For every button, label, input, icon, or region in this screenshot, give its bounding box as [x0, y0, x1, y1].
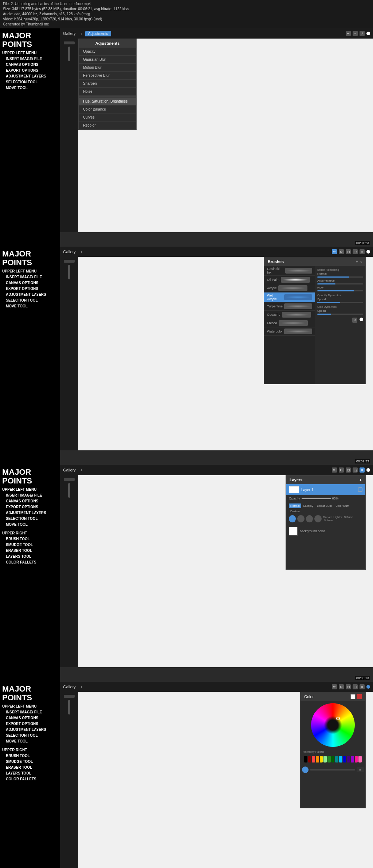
s3-scroll-tall[interactable]: [68, 483, 70, 498]
hs-orange[interactable]: [316, 756, 319, 763]
toolbar-color-dot-1[interactable]: [366, 32, 370, 35]
background-color-swatch[interactable]: [289, 527, 298, 535]
hs-yellow[interactable]: [320, 756, 323, 763]
toolbar-icon-layers-1[interactable]: ≡: [353, 31, 358, 36]
brush-cat-gouache[interactable]: Gouache: [264, 311, 315, 319]
toolbar-icon-share-1[interactable]: ↗: [360, 31, 365, 36]
adj-item-gaussian-blur[interactable]: Gaussian Blur: [79, 56, 136, 64]
toolbar-icon-pencil-3[interactable]: ✏: [332, 467, 337, 473]
adj-item-opacity[interactable]: Opacity: [79, 48, 136, 56]
adj-item-hue[interactable]: Hue, Saturation, Brightness: [79, 97, 136, 105]
adj-item-noise[interactable]: Noise: [79, 88, 136, 96]
adj-item-curves[interactable]: Curves: [79, 114, 136, 122]
toolbar-icon-smudge-3[interactable]: ⊙: [339, 467, 344, 473]
color-circle-button[interactable]: [302, 767, 309, 773]
size-speed-slider[interactable]: [317, 314, 363, 315]
hs-indigo[interactable]: [347, 756, 350, 763]
brush-cat-acrylic[interactable]: Acrylic: [264, 284, 315, 292]
toolbar-icon-select-4[interactable]: ⬚: [353, 684, 358, 689]
adj-item-motion-blur[interactable]: Motion Blur: [79, 64, 136, 72]
adj-item-sharpen[interactable]: Sharpen: [79, 80, 136, 88]
blend-color-burn[interactable]: Color Burn: [334, 503, 351, 508]
normal-slider[interactable]: [317, 276, 363, 278]
gallery-button-2[interactable]: Gallery: [63, 250, 76, 254]
brush-cat-watercolor[interactable]: Watercolor: [264, 327, 315, 336]
toolbar-icon-select-2[interactable]: ⬚: [353, 249, 358, 254]
toolbar-icon-layers-3[interactable]: ≡: [360, 467, 365, 473]
toolbar-icon-pencil-2[interactable]: ✏: [332, 249, 337, 254]
toolbar-icon-pencil-1[interactable]: ✏: [346, 31, 351, 36]
s3-point-selection-tool: SELECTION TOOL: [2, 516, 58, 522]
hs-green[interactable]: [327, 756, 331, 763]
s2-scroll-tall[interactable]: [68, 265, 70, 279]
toolbar-icon-layers-4[interactable]: ≡: [360, 684, 365, 689]
section4-toolbar: Gallery › ✏ ⊙ ◻ ⬚ ≡: [60, 682, 373, 692]
brushes-add-btn[interactable]: +: [356, 259, 358, 264]
brush-cat-fresco[interactable]: Fresco: [264, 319, 315, 327]
color-white-swatch[interactable]: [350, 694, 356, 699]
adj-item-perspective-blur[interactable]: Perspective Blur: [79, 72, 136, 80]
blend-normal[interactable]: Normal: [289, 503, 301, 508]
adj-item-recolor[interactable]: Recolor: [79, 122, 136, 130]
toolbar-icon-eraser-4[interactable]: ◻: [346, 684, 351, 689]
color-panel-title: Color: [304, 694, 314, 699]
color-picker-dot[interactable]: [336, 717, 340, 720]
scroll-tall-1[interactable]: [68, 47, 70, 61]
hs-violet[interactable]: [351, 756, 354, 763]
brush-cat-wet-acrylic[interactable]: Wet Acrylic: [264, 292, 315, 302]
hs-teal[interactable]: [335, 756, 338, 763]
blend-multiply[interactable]: Multiply: [302, 503, 315, 508]
layers-add-btn[interactable]: +: [360, 478, 362, 482]
toolbar-icon-eraser-3[interactable]: ◻: [346, 467, 351, 473]
toolbar-icon-smudge-4[interactable]: ⊙: [339, 684, 344, 689]
layer-visibility-1[interactable]: [358, 487, 362, 492]
blend-darken[interactable]: Darken: [289, 509, 301, 514]
opacity-track[interactable]: [302, 498, 331, 499]
blend-icon-darker[interactable]: [289, 515, 296, 522]
s4-scroll-item: [64, 695, 75, 698]
color-red-swatch[interactable]: [357, 694, 362, 699]
s4-scroll-tall[interactable]: [68, 700, 70, 714]
toolbar-icon-smudge-2[interactable]: ⊙: [339, 249, 344, 254]
tab-adjustments-1[interactable]: Adjustments: [85, 31, 111, 36]
toolbar-color-dot-2[interactable]: [366, 250, 370, 254]
toolbar-icon-select-3[interactable]: ⬚: [353, 467, 358, 473]
flow-slider[interactable]: [317, 290, 363, 291]
hs-blue[interactable]: [343, 756, 346, 763]
color-wheel[interactable]: [311, 703, 355, 747]
hs-red[interactable]: [312, 756, 315, 763]
hs-skyblue[interactable]: [339, 756, 342, 763]
accumulative-slider[interactable]: [317, 283, 363, 284]
brush-cat-oil[interactable]: Oil Paint: [264, 276, 315, 284]
toolbar-color-dot-3[interactable]: [366, 468, 370, 472]
blend-icon-lighter[interactable]: [297, 515, 304, 522]
toolbar-icon-eraser-2[interactable]: ◻: [346, 249, 351, 254]
gallery-button-1[interactable]: Gallery: [63, 31, 76, 36]
brush-cat-turpentine[interactable]: Turpentine: [264, 302, 315, 311]
toolbar-icon-pencil-4[interactable]: ✏: [332, 684, 337, 689]
color-wheel-container[interactable]: [311, 703, 355, 747]
gallery-button-4[interactable]: Gallery: [63, 685, 76, 689]
hs-darkred[interactable]: [308, 756, 311, 763]
hs-darkgreen[interactable]: [331, 756, 335, 763]
blend-icon-diffuse1[interactable]: [306, 515, 313, 522]
s4-point-move-tool: MOVE TOOL: [2, 738, 58, 744]
color-bottom-slider[interactable]: [310, 769, 355, 771]
hs-deeprose[interactable]: [355, 756, 358, 763]
blend-linear-burn[interactable]: Linear Burn: [315, 503, 333, 508]
gallery-button-3[interactable]: Gallery: [63, 468, 76, 472]
layer-item-1[interactable]: Layer 1: [286, 484, 365, 495]
hs-pink[interactable]: [358, 756, 362, 763]
toolbar-color-dot-4[interactable]: [366, 685, 370, 689]
brushes-close-btn[interactable]: ‹: [360, 259, 362, 264]
brushes-settings-icon-1[interactable]: ↺: [352, 318, 357, 323]
hs-black[interactable]: [304, 756, 307, 763]
hs-lightgreen[interactable]: [323, 756, 327, 763]
brush-cat-gesinski[interactable]: Gesinski Ink: [264, 266, 315, 276]
adj-item-color-balance[interactable]: Color Balance: [79, 105, 136, 114]
opacity-speed-slider[interactable]: [317, 302, 363, 303]
blend-icon-diffuse2[interactable]: [314, 515, 321, 522]
brushes-color-dot[interactable]: [360, 318, 363, 321]
color-grid-btn[interactable]: ⊞: [357, 767, 364, 772]
toolbar-icon-layers-2[interactable]: ≡: [360, 249, 365, 254]
